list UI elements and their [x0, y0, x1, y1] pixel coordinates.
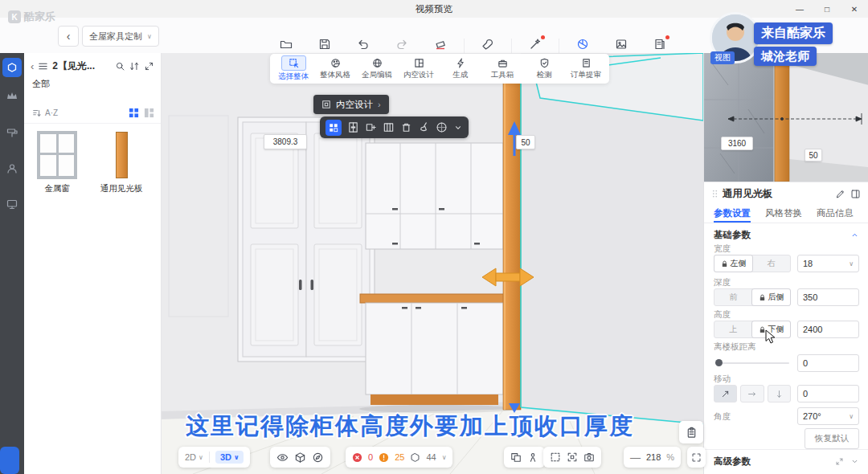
rail-display-icon[interactable] [6, 198, 18, 210]
ribbon-global-edit[interactable]: 全局编辑 [358, 57, 395, 80]
file-icon [280, 38, 293, 51]
search-icon[interactable] [115, 61, 125, 72]
expand-section-icon[interactable] [835, 457, 844, 466]
filter-sort-icon[interactable] [129, 61, 140, 72]
catalog-list-icon[interactable] [38, 61, 48, 72]
upper-cabinet[interactable] [366, 143, 503, 249]
snapshot-icon[interactable] [583, 452, 595, 463]
width-input[interactable]: 18∨ [797, 255, 859, 272]
height-label: 高度 [714, 309, 731, 321]
issue-status-group[interactable]: 0 25 44 ∨ [346, 447, 452, 468]
detail-view-icon[interactable] [144, 108, 154, 118]
ribbon-interior-design[interactable]: 内空设计 [400, 57, 437, 80]
drawings-list-icon [653, 38, 666, 51]
tab-product-info[interactable]: 商品信息 [817, 203, 854, 223]
height-input[interactable]: 2400 [797, 321, 859, 338]
catalog-item-light-board[interactable]: 通用见光板 [92, 132, 151, 194]
floor-distance-input[interactable]: 0 [797, 354, 859, 372]
fit-view-icon[interactable] [567, 452, 578, 463]
rail-account-icon[interactable] [6, 162, 18, 175]
move-free-button[interactable] [714, 385, 737, 402]
move-vertical-button[interactable] [768, 385, 791, 402]
ribbon-generate[interactable]: 生成 [442, 57, 479, 80]
edit-icon[interactable] [835, 189, 845, 199]
ribbon-select-whole[interactable]: 选择整体 [275, 55, 312, 82]
view-badge[interactable]: 视图 [710, 51, 735, 64]
close-button[interactable]: ✕ [841, 0, 868, 18]
sort-label[interactable]: A·Z [45, 108, 58, 117]
light-board-thumbnail [116, 132, 128, 178]
depth-anchor-back[interactable]: 后侧 [751, 288, 791, 306]
width-anchor-right[interactable]: 右 [752, 255, 790, 272]
move-horizontal-button[interactable] [740, 385, 764, 402]
ribbon-overall-style[interactable]: 整体风格 [317, 57, 354, 80]
ribbon-toolbox[interactable]: 工具箱 [484, 57, 521, 80]
expand-panel-icon[interactable] [144, 61, 154, 72]
interior-design-context-button[interactable]: 内空设计 › [313, 95, 389, 114]
design-mode-dropdown[interactable]: 全屋家具定制∨ [82, 26, 159, 47]
3d-mode-icon[interactable] [436, 121, 448, 133]
advanced-params-section[interactable]: 高级参数 [714, 456, 859, 468]
minimize-button[interactable]: — [786, 0, 813, 18]
mode-2d-button[interactable]: 2D∨ [185, 452, 203, 462]
width-anchor-left[interactable]: 左侧 [714, 255, 753, 272]
slider-knob[interactable] [715, 359, 723, 366]
right-column: 3160 50 通用见光板 参数设置 风格替换 商品信息 基础参数 [703, 53, 868, 474]
walkthrough-icon[interactable] [527, 452, 538, 463]
model-cube-icon[interactable] [294, 452, 306, 464]
broom-icon[interactable] [418, 121, 430, 133]
double-door[interactable] [238, 117, 375, 362]
catalog-filter-all[interactable]: 全部 [24, 76, 161, 95]
collapse-panel-icon[interactable]: ‹ [31, 60, 34, 72]
tab-style-replace[interactable]: 风格替换 [765, 203, 802, 223]
marquee-select-icon[interactable] [550, 452, 561, 463]
compass-icon[interactable] [312, 452, 324, 464]
undo-icon [357, 38, 370, 51]
floor-distance-slider[interactable] [714, 354, 791, 372]
chevron-down-icon[interactable] [850, 457, 859, 466]
trash-icon[interactable] [400, 121, 412, 133]
fullscreen-icon[interactable] [691, 452, 702, 463]
mode-3d-button[interactable]: 3D∨ [215, 451, 244, 464]
back-button[interactable]: ‹ [58, 26, 79, 47]
catalog-item-metal-window[interactable]: 金属窗 [27, 132, 87, 194]
app-window: 视频预览 — □ ✕ K 酷家乐 ‹ 全屋家具定制∨ 文件∨ 保存 撤销 恢复 … [0, 0, 868, 474]
move-vertical-icon [775, 390, 784, 398]
sort-icon[interactable] [32, 108, 42, 118]
angle-input[interactable]: 270°∨ [797, 407, 859, 425]
grid-view-icon[interactable] [129, 108, 139, 118]
move-mode-group [714, 385, 791, 402]
split-view-icon[interactable] [510, 452, 522, 463]
base-cabinet[interactable] [359, 294, 517, 413]
chevron-down-icon[interactable] [453, 123, 463, 133]
move-input[interactable]: 0 [797, 385, 859, 402]
height-anchor-segmented: 上 下侧 [714, 321, 791, 338]
height-anchor-top[interactable]: 上 [714, 321, 752, 337]
maximize-button[interactable]: □ [813, 0, 841, 18]
rail-vip-icon[interactable] [6, 90, 18, 103]
tab-parameter-settings[interactable]: 参数设置 [714, 203, 751, 223]
selected-object-title: 通用见光板 [723, 187, 830, 201]
error-count: 0 [368, 452, 373, 462]
depth-input[interactable]: 350 [797, 288, 859, 306]
frame-tools-group [543, 447, 601, 468]
ribbon-detect[interactable]: 检测 [526, 57, 563, 80]
panel-layout-icon[interactable] [850, 189, 861, 199]
rail-material-icon[interactable] [6, 127, 18, 140]
depth-anchor-front[interactable]: 前 [714, 289, 752, 305]
album-icon [615, 38, 628, 51]
rail-app-icon[interactable] [2, 58, 22, 77]
basic-params-section[interactable]: 基础参数 [714, 229, 859, 241]
shelf-columns-icon[interactable] [383, 121, 395, 133]
chevron-right-icon: › [378, 100, 381, 109]
select-mode-button[interactable] [326, 120, 342, 136]
visibility-eye-icon[interactable] [276, 452, 289, 464]
insert-component-icon[interactable] [365, 121, 377, 133]
notification-dot [541, 35, 545, 39]
ribbon-order-submit[interactable]: 订单提审 [567, 57, 604, 80]
selected-light-board[interactable] [503, 76, 521, 410]
reset-default-button[interactable]: 恢复默认 [805, 428, 859, 449]
drag-handle-icon[interactable] [712, 189, 718, 198]
zoom-out-button[interactable]: — [630, 452, 641, 464]
wardrobe-icon[interactable] [347, 121, 359, 133]
